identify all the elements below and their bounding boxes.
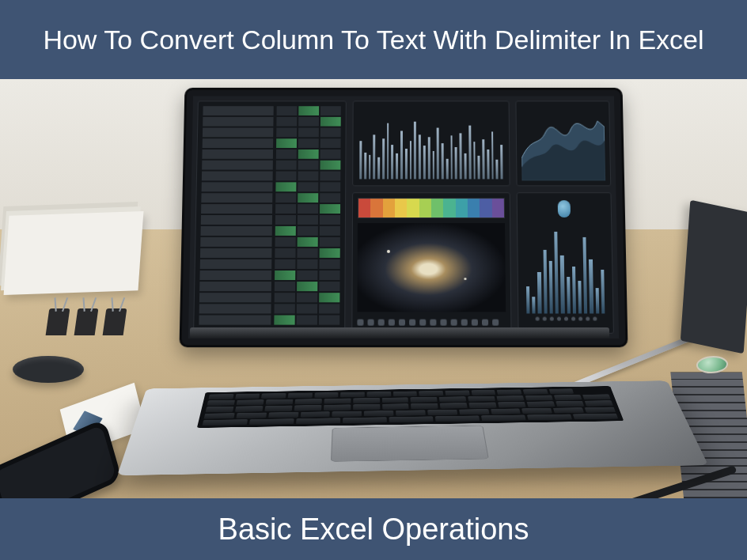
galaxy-image [357, 223, 506, 312]
binder-clip-icon [103, 308, 127, 335]
laptop-deck [117, 380, 708, 475]
laptop-screen [180, 88, 628, 347]
page-title: How To Convert Column To Text With Delim… [43, 23, 703, 57]
image-toolbar [357, 317, 506, 328]
paper-stack [4, 211, 144, 295]
footer-caption: Basic Excel Operations [218, 513, 529, 547]
hero-scene [0, 79, 747, 498]
laptop-hinge [190, 327, 609, 339]
notebook [681, 200, 747, 354]
binder-clip-icon [46, 308, 70, 335]
area-chart [521, 106, 605, 180]
laptop [135, 85, 657, 497]
coaster [13, 356, 84, 383]
secondary-bar-chart [522, 223, 608, 314]
binder-clips [46, 308, 127, 335]
area-chart-panel [515, 100, 611, 186]
bar-chart-panel [352, 100, 510, 186]
microphone-icon [522, 198, 606, 220]
spectrum-panel [351, 192, 511, 334]
data-table-panel [193, 100, 347, 333]
dashboard [193, 100, 614, 333]
color-spectrum [358, 198, 505, 218]
binder-clip-icon [74, 308, 99, 335]
secondary-bar-panel [517, 192, 614, 334]
table-row-labels [199, 106, 273, 327]
bar-chart [359, 115, 502, 179]
pagination-dots [523, 317, 608, 328]
keyboard [197, 386, 624, 428]
footer-banner: Basic Excel Operations [0, 498, 747, 560]
trackpad [331, 426, 489, 462]
table-cells [274, 106, 341, 327]
header-banner: How To Convert Column To Text With Delim… [0, 0, 747, 79]
